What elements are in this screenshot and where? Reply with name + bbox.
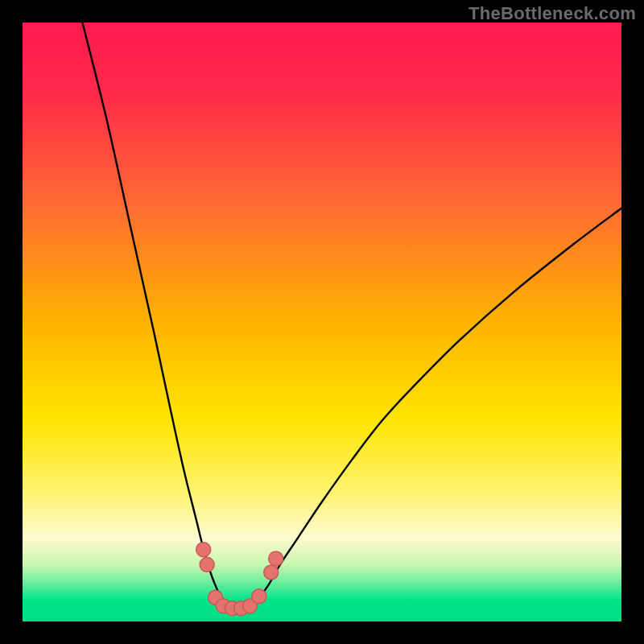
data-marker-1 bbox=[200, 557, 214, 572]
chart-svg bbox=[23, 23, 621, 621]
background-gradient bbox=[23, 23, 621, 621]
data-marker-9 bbox=[269, 551, 283, 566]
data-marker-8 bbox=[264, 565, 279, 580]
data-marker-0 bbox=[196, 543, 211, 557]
data-marker-7 bbox=[252, 589, 266, 604]
chart-frame: TheBottleneck.com bbox=[0, 0, 644, 644]
watermark-text: TheBottleneck.com bbox=[469, 3, 636, 24]
plot-area bbox=[23, 23, 621, 621]
